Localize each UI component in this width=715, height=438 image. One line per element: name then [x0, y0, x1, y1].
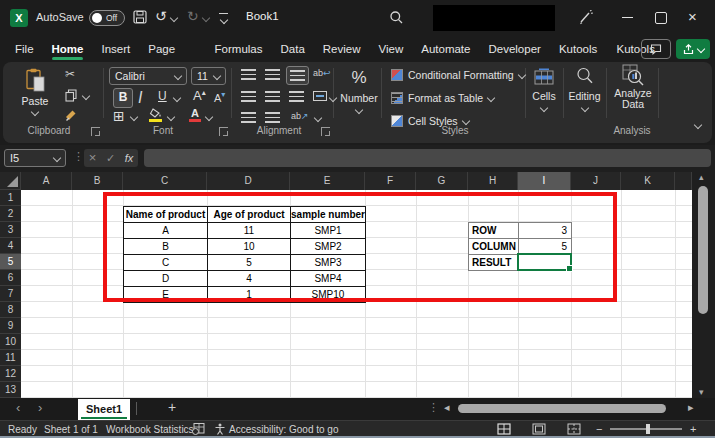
- new-sheet-button[interactable]: +: [168, 399, 176, 415]
- italic-button[interactable]: I: [138, 89, 142, 107]
- orientation-button[interactable]: ab↗: [291, 111, 309, 121]
- collapse-ribbon-icon[interactable]: [694, 121, 702, 129]
- align-middle-button[interactable]: [265, 69, 280, 80]
- row-header-2[interactable]: 2: [0, 206, 21, 222]
- cut-icon[interactable]: ✂: [65, 67, 75, 81]
- increase-font-size-button[interactable]: A▴: [193, 88, 206, 103]
- paste-button[interactable]: Paste: [13, 66, 57, 124]
- normal-view-icon[interactable]: [497, 423, 511, 435]
- zoom-slider-thumb[interactable]: [646, 424, 650, 434]
- underline-button[interactable]: U: [158, 89, 167, 103]
- tab-developer[interactable]: Developer: [479, 36, 549, 62]
- row-header-3[interactable]: 3: [0, 222, 21, 238]
- column-header-c[interactable]: C: [123, 172, 207, 190]
- row-header-10[interactable]: 10: [0, 334, 21, 350]
- tab-view[interactable]: View: [370, 36, 413, 62]
- share-button[interactable]: [676, 39, 710, 59]
- quick-access-overflow-chevron[interactable]: [220, 16, 228, 24]
- status-accessibility[interactable]: Accessibility: Good to go: [229, 424, 339, 435]
- row-header-13[interactable]: 13: [0, 382, 21, 398]
- zoom-in-button[interactable]: +: [690, 423, 696, 435]
- search-icon[interactable]: [389, 10, 404, 25]
- number-group-button[interactable]: % Number: [337, 66, 381, 126]
- merge-center-button[interactable]: [313, 91, 327, 101]
- cells-group-button[interactable]: Cells: [525, 66, 563, 126]
- column-header-d[interactable]: D: [207, 172, 290, 190]
- column-header-b[interactable]: B: [72, 172, 123, 190]
- clipboard-dialog-launcher-icon[interactable]: [91, 127, 100, 136]
- maximize-button[interactable]: [655, 12, 667, 24]
- column-header-k[interactable]: K: [621, 172, 675, 190]
- sheet-nav-left-icon[interactable]: ‹: [16, 400, 20, 415]
- zoom-out-button[interactable]: −: [596, 423, 602, 435]
- format-painter-icon[interactable]: [64, 109, 78, 122]
- row-header-4[interactable]: 4: [0, 238, 21, 254]
- hscroll-right-icon[interactable]: ▸: [688, 401, 694, 414]
- orientation-dropdown-icon[interactable]: [314, 114, 322, 122]
- copy-dropdown-icon[interactable]: [82, 92, 90, 100]
- name-box-splitter[interactable]: ⋮: [73, 150, 84, 163]
- column-header-g[interactable]: G: [416, 172, 468, 190]
- borders-button[interactable]: ⊞: [113, 108, 125, 124]
- column-header-i-selected[interactable]: I: [518, 172, 571, 190]
- formula-input[interactable]: [144, 149, 711, 167]
- comment-button[interactable]: [641, 39, 671, 59]
- page-break-view-icon[interactable]: [567, 423, 581, 435]
- row-header-1[interactable]: 1: [0, 190, 21, 206]
- font-name-select[interactable]: Calibri: [109, 67, 187, 85]
- increase-indent-button[interactable]: [265, 112, 280, 123]
- select-all-corner[interactable]: [0, 172, 21, 190]
- column-header-a[interactable]: A: [21, 172, 72, 190]
- merge-dropdown-icon[interactable]: [329, 94, 337, 102]
- tab-home[interactable]: Home: [43, 36, 93, 62]
- column-header-j[interactable]: J: [571, 172, 621, 190]
- align-top-button[interactable]: [241, 69, 256, 80]
- align-center-button[interactable]: [265, 91, 280, 102]
- borders-dropdown-icon[interactable]: [130, 113, 138, 121]
- wrap-text-button[interactable]: ab↩: [313, 68, 331, 78]
- accessibility-icon[interactable]: [214, 423, 226, 435]
- column-header-e[interactable]: E: [290, 172, 365, 190]
- quick-access-overflow-icon[interactable]: [219, 13, 228, 14]
- align-bottom-button[interactable]: [286, 66, 309, 85]
- tab-kutools[interactable]: Kutools ™: [550, 36, 608, 62]
- status-workbook-statistics[interactable]: Workbook Statistics: [106, 424, 194, 435]
- tab-bar-splitter[interactable]: ⋮: [428, 401, 439, 414]
- bold-button[interactable]: B: [113, 88, 133, 108]
- format-as-table-button[interactable]: Format as Table: [391, 90, 494, 106]
- page-layout-view-icon[interactable]: [532, 423, 546, 435]
- hscroll-left-icon[interactable]: ◂: [444, 401, 450, 414]
- tab-file[interactable]: File: [6, 36, 43, 62]
- editing-pen-icon[interactable]: [578, 10, 594, 25]
- scroll-up-icon[interactable]: ▴: [699, 172, 704, 182]
- save-icon[interactable]: [133, 10, 147, 24]
- copy-icon[interactable]: [65, 89, 77, 102]
- analyze-data-button[interactable]: Analyze Data: [608, 64, 658, 122]
- underline-dropdown-icon[interactable]: [173, 94, 181, 102]
- font-size-select[interactable]: 11: [191, 67, 226, 85]
- row-header-9[interactable]: 9: [0, 318, 21, 334]
- row-header-6[interactable]: 6: [0, 270, 21, 286]
- tab-insert[interactable]: Insert: [92, 36, 139, 62]
- row-header-8[interactable]: 8: [0, 302, 21, 318]
- horizontal-scroll-thumb[interactable]: [458, 404, 666, 413]
- tab-review[interactable]: Review: [314, 36, 370, 62]
- minimize-button[interactable]: [622, 17, 633, 18]
- decrease-indent-button[interactable]: [241, 112, 256, 123]
- fill-color-dropdown-icon[interactable]: [167, 113, 175, 121]
- row-header-7[interactable]: 7: [0, 286, 21, 302]
- column-header-f[interactable]: F: [365, 172, 416, 190]
- font-color-dropdown-icon[interactable]: [205, 113, 213, 121]
- tab-automate[interactable]: Automate: [412, 36, 479, 62]
- status-sheet-count[interactable]: Sheet 1 of 1: [44, 424, 98, 435]
- fill-color-button[interactable]: [149, 108, 163, 122]
- tab-data[interactable]: Data: [271, 36, 313, 62]
- alignment-dialog-launcher-icon[interactable]: [321, 127, 330, 136]
- editing-group-button[interactable]: Editing: [564, 66, 605, 126]
- close-button[interactable]: ×: [688, 8, 697, 25]
- align-right-button[interactable]: [289, 91, 304, 102]
- row-header-12[interactable]: 12: [0, 366, 21, 382]
- align-left-button[interactable]: [241, 91, 256, 102]
- decrease-font-size-button[interactable]: A▾: [214, 90, 225, 104]
- sheet-tab-active[interactable]: Sheet1: [78, 399, 130, 420]
